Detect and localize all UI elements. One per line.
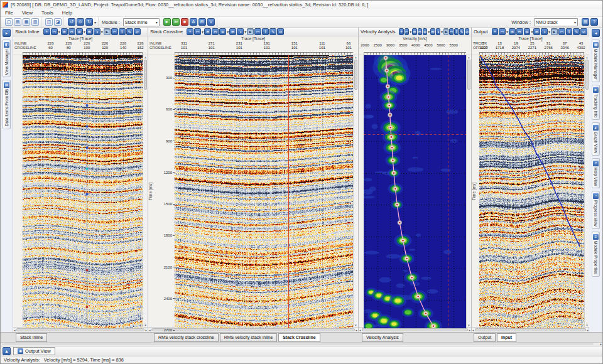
scroll-down-icon[interactable]: ▾ xyxy=(144,323,146,327)
tab-output[interactable]: Output xyxy=(474,333,496,342)
menu-view[interactable]: View xyxy=(18,9,37,16)
sidebar-tab-data-items-from-db[interactable]: ▤Data Items From DB xyxy=(3,80,11,129)
fit-view-icon[interactable]: ⊞ xyxy=(86,28,93,35)
rubber-band-icon[interactable]: ▭ xyxy=(111,28,118,35)
fit-view-icon[interactable]: ⊞ xyxy=(229,28,236,35)
pick-icon[interactable]: ✎ xyxy=(269,28,276,35)
sidebar-tab-module-properties[interactable]: ≡Module Properties xyxy=(592,232,600,277)
refresh-icon[interactable]: ↻ xyxy=(85,18,93,26)
zoom-options-icon[interactable]: ⊛ xyxy=(423,28,427,35)
scroll-thumb[interactable] xyxy=(362,328,469,331)
pick-icon[interactable]: ✎ xyxy=(126,28,133,35)
pick-icon[interactable]: ✎ xyxy=(459,28,464,35)
scroll-down-icon[interactable]: ▾ xyxy=(586,323,588,327)
sidebar-tab-tracking-info[interactable]: ►Tracking Info xyxy=(592,85,600,120)
scroll-up-icon[interactable]: ▴ xyxy=(355,55,357,59)
add-view-icon[interactable]: + xyxy=(492,28,499,35)
refresh-icon-menu-arrow[interactable]: ▾ xyxy=(94,20,96,24)
pointer-icon[interactable]: ► xyxy=(104,28,111,35)
zoom-in-icon[interactable]: ⊕ xyxy=(204,28,211,35)
display-select-icon-menu-arrow[interactable]: ▾ xyxy=(506,29,508,34)
zoom-options-icon-menu-arrow[interactable]: ▾ xyxy=(84,29,85,34)
zoom-out-icon[interactable]: ⊖ xyxy=(68,28,75,35)
display-select-icon-menu-arrow[interactable]: ▾ xyxy=(410,29,411,34)
clear-picks-icon[interactable]: ⊘ xyxy=(580,28,587,35)
tab-rms-velocity-stack-crossline[interactable]: RMS velocity stack crossline xyxy=(154,333,219,342)
velocity-vscrollbar[interactable]: ▴▾ xyxy=(466,55,471,327)
menu-file[interactable]: File xyxy=(1,9,18,16)
open-flow-icon[interactable]: ▤ xyxy=(14,18,21,26)
tab-input[interactable]: Input xyxy=(497,333,516,342)
view-toggle-icon[interactable]: ▲ xyxy=(3,347,11,355)
pick-icon[interactable]: ✎ xyxy=(573,28,580,35)
save-flow-icon[interactable]: ▦ xyxy=(23,18,30,26)
output-vscrollbar[interactable]: ▴▾ xyxy=(584,55,589,327)
scroll-right-icon[interactable]: ▸ xyxy=(356,328,357,332)
menu-help[interactable]: Help xyxy=(58,9,77,16)
collapse-right-icon[interactable]: ◂ xyxy=(592,29,600,37)
stack-crossline-canvas[interactable] xyxy=(175,55,353,328)
run-all-icon[interactable]: ≫ xyxy=(172,18,180,26)
sidebar-tab-progress-view[interactable]: ◔Progress View xyxy=(592,191,600,229)
rubber-band-icon[interactable]: ▭ xyxy=(558,28,565,35)
zoom-options-icon-menu-arrow[interactable]: ▾ xyxy=(227,29,229,34)
velocity-semblance-canvas[interactable] xyxy=(364,55,466,328)
fit-view-icon[interactable]: ⊞ xyxy=(430,28,435,35)
sidebar-tab-module-manager[interactable]: ▦Module Manager xyxy=(592,40,600,82)
rewind-icon[interactable]: ↺ xyxy=(68,18,75,26)
scroll-up-icon[interactable]: ▴ xyxy=(586,55,588,59)
zoom-out-icon[interactable]: ⊖ xyxy=(418,28,422,35)
gain-icon[interactable]: ◑ xyxy=(541,28,548,35)
scroll-thumb[interactable] xyxy=(585,60,589,90)
scroll-thumb[interactable] xyxy=(151,328,356,331)
menu-tools[interactable]: Tools xyxy=(37,9,58,16)
zoom-options-icon[interactable]: ⊛ xyxy=(524,28,531,35)
display-select-icon[interactable]: ▭ xyxy=(405,28,409,35)
gain-icon-menu-arrow[interactable]: ▾ xyxy=(244,29,246,34)
scroll-thumb[interactable] xyxy=(475,328,587,331)
display-select-icon-menu-arrow[interactable]: ▾ xyxy=(202,29,204,34)
clear-picks-icon[interactable]: ⊘ xyxy=(277,28,284,35)
scroll-track[interactable] xyxy=(2,343,594,345)
window-select[interactable]: NMO stack ▾ xyxy=(534,18,578,26)
snapshot-icon[interactable]: ↥ xyxy=(566,28,573,35)
display-select-icon[interactable]: ▭ xyxy=(499,28,506,35)
pointer-icon[interactable]: ► xyxy=(247,28,254,35)
stop-flow-icon[interactable]: ■ xyxy=(181,18,188,26)
pointer-icon[interactable]: ► xyxy=(443,28,448,35)
rubber-band-icon[interactable]: ▭ xyxy=(449,28,454,35)
stack-inline-vscrollbar[interactable]: ▴▾ xyxy=(143,55,148,327)
stack-crossline-vscrollbar[interactable]: ▴▾ xyxy=(353,55,358,327)
tab-output-view[interactable]: ◉ Output View xyxy=(13,347,55,355)
snapshot-icon[interactable]: ↥ xyxy=(262,28,269,35)
sidebar-tab-view-manager[interactable]: ◧View Manager xyxy=(3,40,11,77)
collapse-left-icon[interactable]: ▸ xyxy=(3,29,11,37)
gain-icon[interactable]: ◑ xyxy=(436,28,440,35)
new-flow-icon[interactable]: ▢ xyxy=(5,18,13,26)
scroll-down-icon[interactable]: ▾ xyxy=(355,323,357,327)
velocity-editor-icon[interactable]: V xyxy=(207,18,215,26)
snapshot-icon[interactable]: ↥ xyxy=(454,28,459,35)
gain-icon-menu-arrow[interactable]: ▾ xyxy=(548,29,550,34)
fit-view-icon[interactable]: ⊞ xyxy=(533,28,540,35)
tab-stack-crossline[interactable]: Stack Crossline xyxy=(278,333,320,342)
tab-velocity-analysis[interactable]: Velocity Analysis xyxy=(362,333,403,342)
zoom-options-icon-menu-arrow[interactable]: ▾ xyxy=(531,29,533,34)
display-select-icon[interactable]: ▭ xyxy=(51,28,58,35)
display-select-icon[interactable]: ▭ xyxy=(194,28,201,35)
close-flow-icon[interactable]: ▥ xyxy=(31,18,39,26)
tab-rms-velocity-stack-inline[interactable]: RMS velocity stack inline xyxy=(220,333,277,342)
scroll-thumb[interactable] xyxy=(144,60,147,90)
tile-windows-icon[interactable]: ◫ xyxy=(45,18,53,26)
add-view-icon[interactable]: + xyxy=(43,28,50,35)
scroll-left-icon[interactable]: ◂ xyxy=(359,328,361,332)
gain-icon-menu-arrow[interactable]: ▾ xyxy=(441,29,443,34)
sidebar-tab-graph-view[interactable]: ◭Graph View xyxy=(592,122,600,156)
scroll-thumb[interactable] xyxy=(354,60,357,90)
zoom-options-icon[interactable]: ⊛ xyxy=(219,28,226,35)
zoom-options-icon[interactable]: ⊛ xyxy=(76,28,83,35)
help-icon[interactable]: ? xyxy=(590,18,598,26)
scroll-right-icon[interactable]: ▸ xyxy=(145,328,147,332)
analysis-window-icon[interactable]: A xyxy=(190,18,197,26)
scroll-right-icon[interactable]: ▸ xyxy=(469,328,470,332)
